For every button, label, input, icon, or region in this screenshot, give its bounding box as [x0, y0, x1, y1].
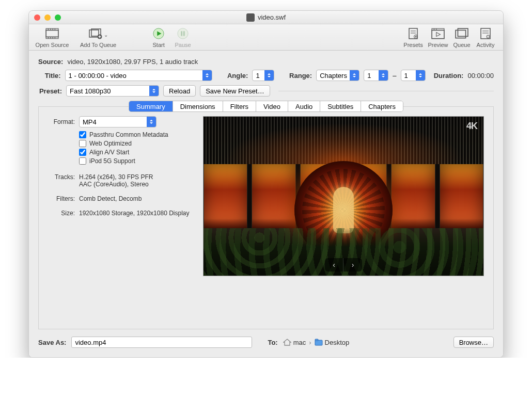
- align-av-start-checkbox[interactable]: Align A/V Start: [79, 149, 193, 156]
- pause-icon: [176, 27, 190, 40]
- presets-icon: [406, 27, 420, 40]
- folder-icon: [315, 339, 323, 346]
- home-icon: [283, 339, 291, 346]
- angle-label: Angle:: [227, 72, 248, 79]
- size-label: Size:: [48, 210, 79, 217]
- open-source-button[interactable]: Open Source: [34, 27, 70, 48]
- tab-dimensions[interactable]: Dimensions: [173, 101, 223, 111]
- preview-prev-button[interactable]: ‹: [325, 258, 343, 272]
- preset-select[interactable]: Fast 1080p30: [66, 85, 159, 97]
- chevron-down-icon[interactable]: ⌄: [104, 32, 108, 38]
- svg-point-18: [178, 28, 188, 39]
- range-separator: –: [393, 72, 396, 79]
- reload-button[interactable]: Reload: [163, 85, 196, 97]
- app-window: video.swf Open Source ⌄ Add To Queue: [28, 10, 504, 358]
- svg-marker-39: [284, 339, 291, 345]
- activity-icon: i: [478, 27, 493, 40]
- tab-video[interactable]: Video: [256, 101, 288, 111]
- passthru-metadata-checkbox[interactable]: Passthru Common Metadata: [79, 131, 193, 138]
- web-optimized-checkbox[interactable]: Web Optimized: [79, 140, 193, 147]
- tracks-label: Tracks:: [48, 173, 79, 188]
- titlebar: video.swf: [29, 11, 503, 24]
- minimize-window-button[interactable]: [44, 14, 51, 21]
- range-to-select[interactable]: 1: [401, 70, 426, 81]
- path-home[interactable]: mac: [293, 339, 306, 346]
- ipod-5g-support-checkbox[interactable]: iPod 5G Support: [79, 157, 193, 165]
- tracks-value-2: AAC (CoreAudio), Stereo: [79, 181, 193, 188]
- queue-icon: [455, 27, 469, 40]
- tab-filters[interactable]: Filters: [223, 101, 256, 111]
- activity-button[interactable]: i Activity: [473, 27, 498, 48]
- to-label: To:: [268, 339, 277, 346]
- tab-summary[interactable]: Summary: [129, 101, 173, 111]
- source-value: video, 1920x1080, 29.97 FPS, 1 audio tra…: [67, 58, 198, 66]
- toolbar: Open Source ⌄ Add To Queue Start: [29, 24, 503, 51]
- svg-rect-28: [432, 30, 444, 39]
- app-icon: [246, 13, 255, 22]
- tab-chapters[interactable]: Chapters: [361, 101, 403, 111]
- chevron-right-icon: ›: [309, 339, 311, 346]
- format-select[interactable]: MP4: [79, 116, 157, 127]
- filters-label: Filters:: [48, 195, 79, 202]
- presets-button[interactable]: Presets: [401, 27, 426, 48]
- browse-button[interactable]: Browse…: [453, 337, 494, 348]
- range-type-select[interactable]: Chapters: [316, 70, 359, 81]
- preset-label: Preset:: [38, 87, 62, 95]
- title-label: Title:: [38, 72, 61, 79]
- svg-rect-0: [46, 30, 58, 37]
- play-icon: [151, 27, 166, 40]
- close-window-button[interactable]: [34, 14, 40, 21]
- preview-icon: [431, 27, 445, 40]
- summary-panel: Format: MP4 Passthru Common Metadata Web…: [38, 106, 494, 329]
- tab-audio[interactable]: Audio: [288, 101, 320, 111]
- svg-rect-1: [46, 28, 58, 30]
- filters-value: Comb Detect, Decomb: [79, 195, 193, 202]
- queue-button[interactable]: Queue: [450, 27, 473, 48]
- tab-subtitles[interactable]: Subtitles: [320, 101, 361, 111]
- start-button[interactable]: Start: [147, 27, 170, 48]
- svg-marker-31: [436, 33, 441, 37]
- zoom-window-button[interactable]: [55, 14, 61, 21]
- film-icon: [45, 27, 59, 40]
- footer: Save As: To: mac › Desktop Browse…: [29, 329, 503, 357]
- svg-rect-19: [181, 31, 182, 36]
- video-preview: 4K ‹ ›: [203, 116, 484, 276]
- save-new-preset-button[interactable]: Save New Preset…: [200, 85, 270, 97]
- svg-rect-41: [315, 339, 318, 341]
- pause-button[interactable]: Pause: [171, 27, 195, 48]
- duration-label: Duration:: [434, 72, 464, 79]
- title-select[interactable]: 1 - 00:00:00 - video: [65, 70, 212, 81]
- preview-button[interactable]: Preview: [426, 27, 450, 48]
- source-label: Source:: [38, 58, 63, 66]
- preview-next-button[interactable]: ›: [343, 258, 362, 272]
- svg-rect-20: [183, 31, 185, 36]
- duration-value: 00:00:00: [467, 72, 494, 79]
- window-title: video.swf: [258, 13, 286, 21]
- format-label: Format:: [48, 118, 79, 125]
- preview-nav: ‹ ›: [325, 258, 362, 272]
- path-folder[interactable]: Desktop: [325, 339, 350, 346]
- angle-select[interactable]: 1: [252, 70, 274, 81]
- range-label: Range:: [289, 72, 312, 79]
- tab-bar: Summary Dimensions Filters Video Audio S…: [129, 101, 403, 112]
- add-to-queue-button[interactable]: ⌄ Add To Queue: [70, 27, 126, 48]
- svg-rect-32: [456, 30, 466, 38]
- save-as-label: Save As:: [38, 339, 66, 346]
- svg-text:i: i: [488, 35, 488, 38]
- svg-rect-33: [458, 28, 468, 36]
- svg-rect-34: [481, 28, 490, 39]
- svg-rect-2: [46, 37, 58, 39]
- watermark-icon: 4K: [466, 121, 477, 132]
- queue-add-icon: [88, 27, 103, 40]
- svg-rect-21: [409, 28, 417, 39]
- save-as-input[interactable]: [71, 337, 252, 348]
- tracks-value-1: H.264 (x264), 30 FPS PFR: [79, 173, 193, 181]
- range-from-select[interactable]: 1: [364, 70, 388, 81]
- size-value: 1920x1080 Storage, 1920x1080 Display: [79, 210, 193, 217]
